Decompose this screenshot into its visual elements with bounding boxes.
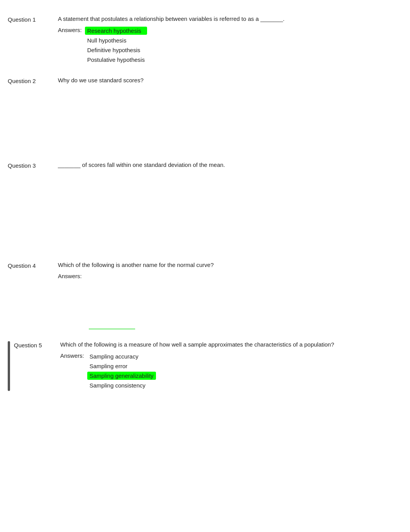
- question-2-content: Why do we use standard scores?: [58, 77, 402, 150]
- answer-item[interactable]: Definitive hypothesis: [85, 46, 147, 54]
- underline-decoration: [89, 328, 135, 330]
- question-1-content: A statement that postulates a relationsh…: [58, 15, 402, 65]
- question-3-block: Question 3 _______ of scores fall within…: [8, 158, 402, 254]
- question-5-answers-row: Answers: Sampling accuracy Sampling erro…: [60, 352, 402, 389]
- question-4-answers-label: Answers:: [58, 273, 82, 279]
- question-1-label: Question 1: [8, 15, 58, 65]
- question-1-answers-label: Answers:: [58, 27, 82, 33]
- question-3-spacer: [58, 173, 402, 250]
- question-2-spacer: [58, 88, 402, 150]
- question-4-answers-row: Answers:: [58, 273, 402, 319]
- question-1-answers-row: Answers: Research hypothesis Null hypoth…: [58, 27, 402, 64]
- question-4-content: Which of the following is another name f…: [58, 262, 402, 321]
- question-2-block: Question 2 Why do we use standard scores…: [8, 73, 402, 154]
- answer-item[interactable]: Null hypothesis: [85, 36, 147, 44]
- answer-item[interactable]: Sampling generalizability: [87, 372, 156, 380]
- question-5-text: Which of the following is a measure of h…: [60, 341, 402, 348]
- question-4-text: Which of the following is another name f…: [58, 262, 402, 268]
- question-3-text: _______ of scores fall within one standa…: [58, 161, 402, 168]
- question-1-text: A statement that postulates a relationsh…: [58, 15, 402, 22]
- question-5-left-bar: [8, 341, 10, 391]
- question-3-content: _______ of scores fall within one standa…: [58, 161, 402, 250]
- answer-item[interactable]: Sampling accuracy: [87, 352, 156, 360]
- question-1-block: Question 1 A statement that postulates a…: [8, 12, 402, 69]
- question-5-answers-list: Sampling accuracy Sampling error Samplin…: [87, 352, 156, 389]
- question-5-label: Question 5: [14, 341, 60, 391]
- answer-item[interactable]: Sampling consistency: [87, 381, 156, 389]
- decoration-row: [58, 328, 402, 333]
- answer-item[interactable]: Postulative hypothesis: [85, 56, 147, 64]
- question-2-text: Why do we use standard scores?: [58, 77, 402, 83]
- question-5-answers-label: Answers:: [60, 352, 84, 359]
- question-5-block: Question 5 Which of the following is a m…: [8, 337, 402, 395]
- question-4-block: Question 4 Which of the following is ano…: [8, 258, 402, 325]
- answer-item[interactable]: Research hypothesis: [85, 27, 147, 35]
- question-3-label: Question 3: [8, 161, 58, 250]
- question-2-label: Question 2: [8, 77, 58, 150]
- answer-item[interactable]: Sampling error: [87, 362, 156, 370]
- question-5-content: Which of the following is a measure of h…: [60, 341, 402, 391]
- question-1-answers-list: Research hypothesis Null hypothesis Defi…: [85, 27, 147, 64]
- question-4-label: Question 4: [8, 262, 58, 321]
